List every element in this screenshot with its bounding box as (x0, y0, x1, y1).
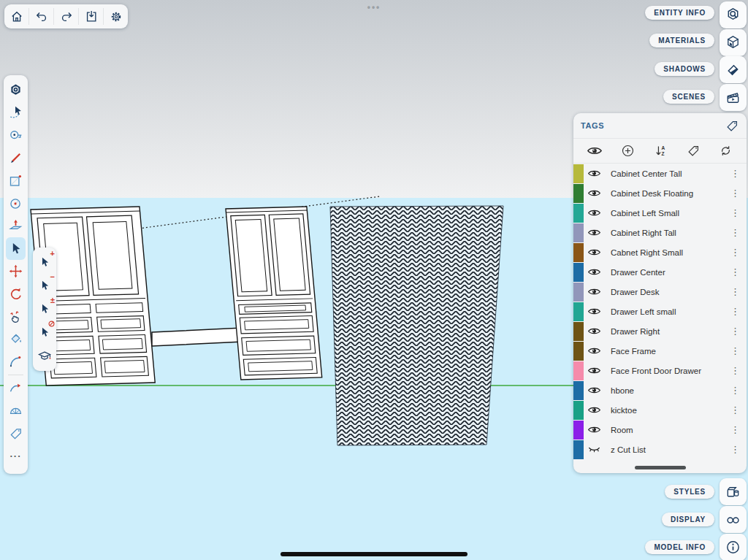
toggle-all-visibility-eye-icon[interactable] (587, 145, 603, 156)
tag-options-kebab-icon[interactable]: ⋮ (730, 287, 747, 296)
redo-button[interactable] (54, 8, 79, 25)
export-button[interactable] (79, 8, 104, 25)
tag-row[interactable]: Cabnet Right Small ⋮ (573, 242, 747, 262)
instructor-button[interactable] (35, 347, 54, 366)
tool-arc[interactable] (6, 350, 26, 373)
visibility-eye-icon[interactable] (587, 386, 602, 395)
sort-az-icon[interactable]: A Z (653, 143, 668, 158)
settings-button[interactable] (104, 8, 128, 25)
tag-options-kebab-icon[interactable]: ⋮ (730, 208, 747, 218)
tag-options-kebab-icon[interactable]: ⋮ (730, 248, 747, 257)
visibility-eye-icon[interactable] (587, 169, 602, 178)
floating-desk[interactable] (152, 328, 243, 346)
visibility-eye-icon[interactable] (587, 248, 602, 257)
tag-color-swatch[interactable] (573, 361, 584, 380)
tool-move[interactable] (6, 260, 26, 283)
tag-options-kebab-icon[interactable]: ⋮ (730, 445, 747, 454)
tag-options-kebab-icon[interactable]: ⋮ (730, 307, 747, 316)
purge-refresh-icon[interactable] (718, 143, 733, 158)
tag-row[interactable]: hbone ⋮ (573, 380, 747, 400)
tool-line-pencil[interactable] (6, 147, 26, 169)
tag-options-kebab-icon[interactable]: ⋮ (730, 326, 747, 336)
tag-options-kebab-icon[interactable]: ⋮ (730, 346, 747, 356)
visibility-eye-icon[interactable] (587, 267, 602, 277)
herringbone-panel[interactable] (330, 206, 503, 445)
tag-color-swatch[interactable] (573, 204, 584, 223)
tag-color-swatch[interactable] (573, 263, 584, 282)
tag-edit-icon[interactable] (725, 119, 739, 133)
tool-tape-measure[interactable] (6, 124, 26, 147)
tag-row[interactable]: Drawer Center ⋮ (573, 262, 747, 282)
tool-tag[interactable] (6, 422, 26, 445)
tool-push-pull[interactable] (6, 215, 26, 237)
tag-row[interactable]: Face Front Door Drawer ⋮ (573, 361, 747, 380)
tag-row[interactable]: Drawer Desk ⋮ (573, 282, 747, 302)
tag-options-kebab-icon[interactable]: ⋮ (730, 267, 747, 277)
cabinet-right-tall[interactable] (226, 207, 322, 380)
display-button[interactable] (720, 506, 747, 533)
select-subtract-button[interactable]: − (35, 276, 54, 295)
model-info-pill[interactable]: MODEL INFO (645, 540, 714, 554)
shadows-pill[interactable]: SHADOWS (654, 62, 714, 76)
tag-color-swatch[interactable] (573, 440, 584, 459)
scenes-button[interactable] (720, 84, 747, 111)
materials-button[interactable] (720, 29, 747, 56)
home-indicator[interactable] (280, 552, 468, 556)
tool-select[interactable] (6, 237, 26, 260)
tag-options-kebab-icon[interactable]: ⋮ (730, 188, 747, 198)
tag-color-swatch[interactable] (573, 184, 584, 203)
tag-row[interactable]: z Cut List ⋮ (573, 440, 747, 459)
multitask-indicator[interactable]: ••• (367, 2, 381, 12)
shadows-button[interactable] (720, 56, 747, 83)
select-add-button[interactable]: + (35, 253, 54, 272)
visibility-eye-icon[interactable] (587, 188, 602, 198)
tag-icon[interactable] (687, 144, 701, 158)
scenes-pill[interactable]: SCENES (663, 90, 714, 104)
select-toggle-button[interactable]: ± (35, 299, 54, 318)
tool-select-lasso[interactable] (6, 101, 26, 124)
display-pill[interactable]: DISPLAY (662, 513, 714, 526)
tag-color-swatch[interactable] (573, 421, 584, 440)
tag-row[interactable]: Cabinet Desk Floating ⋮ (573, 183, 747, 203)
styles-button[interactable] (720, 478, 747, 505)
tag-color-swatch[interactable] (573, 401, 584, 420)
add-tag-plus-icon[interactable] (620, 143, 636, 158)
visibility-eye-closed-icon[interactable] (587, 445, 602, 454)
more-tools-button[interactable]: ··· (6, 445, 26, 467)
tag-color-swatch[interactable] (573, 283, 584, 302)
tag-color-swatch[interactable] (573, 342, 584, 361)
visibility-eye-icon[interactable] (587, 208, 602, 218)
visibility-eye-icon[interactable] (587, 228, 602, 237)
tag-options-kebab-icon[interactable]: ⋮ (730, 405, 747, 415)
tag-row[interactable]: Face Frame ⋮ (573, 341, 747, 361)
tag-options-kebab-icon[interactable]: ⋮ (730, 366, 747, 375)
tag-row[interactable]: Cabinet Right Tall ⋮ (573, 223, 747, 242)
tag-color-swatch[interactable] (573, 322, 584, 341)
materials-pill[interactable]: MATERIALS (649, 34, 714, 47)
deselect-all-button[interactable] (35, 323, 54, 342)
tool-rectangle[interactable] (6, 169, 26, 192)
visibility-eye-icon[interactable] (587, 307, 602, 316)
tag-row[interactable]: Drawer Right ⋮ (573, 321, 747, 341)
tag-color-swatch[interactable] (573, 223, 584, 242)
visibility-eye-icon[interactable] (587, 346, 602, 356)
tool-drag-hand[interactable] (6, 305, 26, 328)
tag-options-kebab-icon[interactable]: ⋮ (730, 169, 747, 178)
panel-scroll-indicator[interactable] (635, 466, 686, 469)
visibility-eye-icon[interactable] (587, 326, 602, 336)
entity-info-pill[interactable]: ENTITY INFO (645, 6, 714, 20)
tag-color-swatch[interactable] (573, 381, 584, 400)
tag-color-swatch[interactable] (573, 243, 584, 262)
tag-options-kebab-icon[interactable]: ⋮ (730, 228, 747, 237)
tool-protractor[interactable] (6, 399, 26, 422)
tag-row[interactable]: Cabinet Left Small ⋮ (573, 203, 747, 223)
visibility-eye-icon[interactable] (587, 425, 602, 434)
tag-row[interactable]: kicktoe ⋮ (573, 400, 747, 420)
visibility-eye-icon[interactable] (587, 287, 602, 296)
entity-info-button[interactable] (720, 1, 747, 28)
tag-row[interactable]: Cabinet Center Tall ⋮ (573, 164, 747, 183)
tag-color-swatch[interactable] (573, 164, 584, 183)
tool-circle[interactable] (6, 192, 26, 215)
tool-follow-me[interactable] (6, 377, 26, 399)
tag-color-swatch[interactable] (573, 302, 584, 321)
